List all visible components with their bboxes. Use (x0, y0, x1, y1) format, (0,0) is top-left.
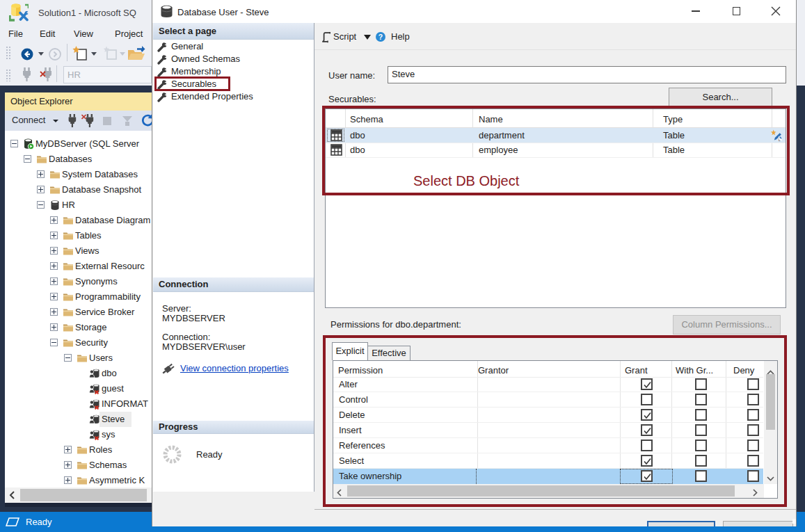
svg-text:?: ? (378, 33, 383, 41)
